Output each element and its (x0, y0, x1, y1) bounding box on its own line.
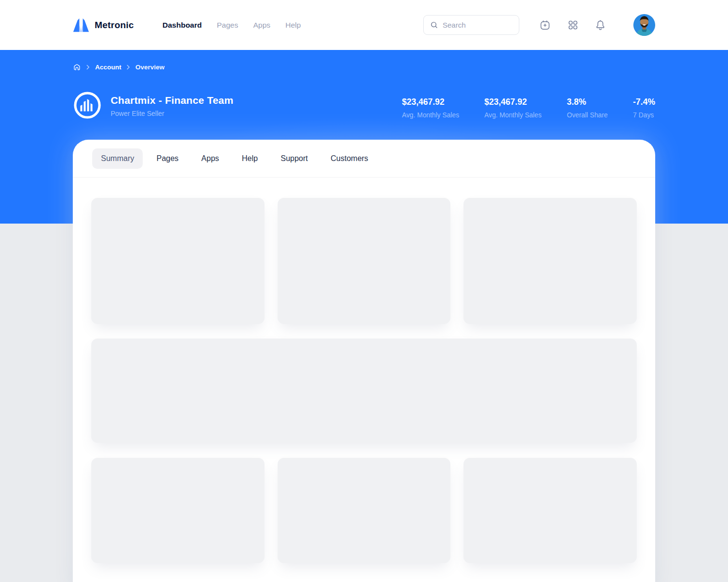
home-icon[interactable] (73, 63, 81, 71)
stat-value: 3.8% (567, 96, 608, 108)
stat-label: Overall Share (567, 111, 608, 119)
breadcrumb: Account Overview (73, 63, 655, 71)
content-placeholder (278, 458, 451, 563)
stat-label: 7 Days (633, 111, 655, 119)
nav-item-apps[interactable]: Apps (253, 21, 270, 30)
metronic-logo[interactable]: Metronic (73, 18, 134, 32)
team-identity: Chartmix - Finance Team Power Elite Sell… (73, 91, 233, 120)
hero-stats: $23,467.92 Avg. Monthly Sales $23,467.92… (402, 91, 655, 119)
apps-grid-icon[interactable] (567, 19, 579, 31)
tab-bar: Summary Pages Apps Help Support Customer… (73, 140, 655, 178)
hero-content: Chartmix - Finance Team Power Elite Sell… (73, 91, 655, 120)
placeholder-row (91, 198, 637, 324)
bell-icon[interactable] (595, 19, 606, 31)
search-icon (430, 21, 438, 29)
tab-panel-summary (73, 178, 655, 563)
stat-label: Avg. Monthly Sales (484, 111, 542, 119)
content-placeholder (91, 198, 265, 324)
chevron-right-icon (86, 65, 90, 70)
stat-value: $23,467.92 (484, 96, 542, 108)
content-placeholder (463, 458, 637, 563)
stat-value: $23,467.92 (402, 96, 459, 108)
search-box[interactable] (423, 15, 519, 35)
content-placeholder (91, 339, 637, 443)
top-header: Metronic Dashboard Pages Apps Help (0, 0, 728, 50)
tab-support[interactable]: Support (281, 154, 308, 163)
stat-7-days: -7.4% 7 Days (633, 96, 655, 119)
content-placeholder (463, 198, 637, 324)
stat-avg-monthly-sales-1: $23,467.92 Avg. Monthly Sales (402, 96, 459, 119)
tab-pages[interactable]: Pages (156, 154, 178, 163)
stat-overall-share: 3.8% Overall Share (567, 96, 608, 119)
chevron-right-icon (127, 65, 130, 70)
breadcrumb-overview[interactable]: Overview (135, 64, 165, 71)
placeholder-row (91, 458, 637, 563)
content-placeholder (91, 458, 265, 563)
main-card: Summary Pages Apps Help Support Customer… (73, 140, 655, 582)
breadcrumb-account[interactable]: Account (95, 64, 121, 71)
nav-item-help[interactable]: Help (285, 21, 301, 30)
nav-item-dashboard[interactable]: Dashboard (163, 21, 202, 30)
header-icon-row (539, 14, 655, 36)
content-placeholder (278, 198, 451, 324)
primary-nav: Dashboard Pages Apps Help (163, 21, 301, 30)
user-avatar[interactable] (633, 14, 655, 36)
bar-chart-circle-icon (73, 91, 102, 120)
page-subtitle: Power Elite Seller (111, 110, 233, 118)
calendar-add-icon[interactable] (539, 19, 551, 31)
tab-customers[interactable]: Customers (331, 154, 368, 163)
brand-name: Metronic (95, 20, 134, 31)
search-input[interactable] (443, 21, 506, 29)
stat-avg-monthly-sales-2: $23,467.92 Avg. Monthly Sales (484, 96, 542, 119)
stat-label: Avg. Monthly Sales (402, 111, 459, 119)
tab-apps[interactable]: Apps (201, 154, 219, 163)
tab-help[interactable]: Help (242, 154, 258, 163)
page-title: Chartmix - Finance Team (111, 94, 233, 107)
stat-value: -7.4% (633, 96, 655, 108)
tab-summary[interactable]: Summary (92, 148, 143, 169)
header-actions (423, 14, 655, 36)
nav-item-pages[interactable]: Pages (217, 21, 238, 30)
placeholder-row (91, 339, 637, 443)
metronic-logo-icon (73, 18, 89, 32)
